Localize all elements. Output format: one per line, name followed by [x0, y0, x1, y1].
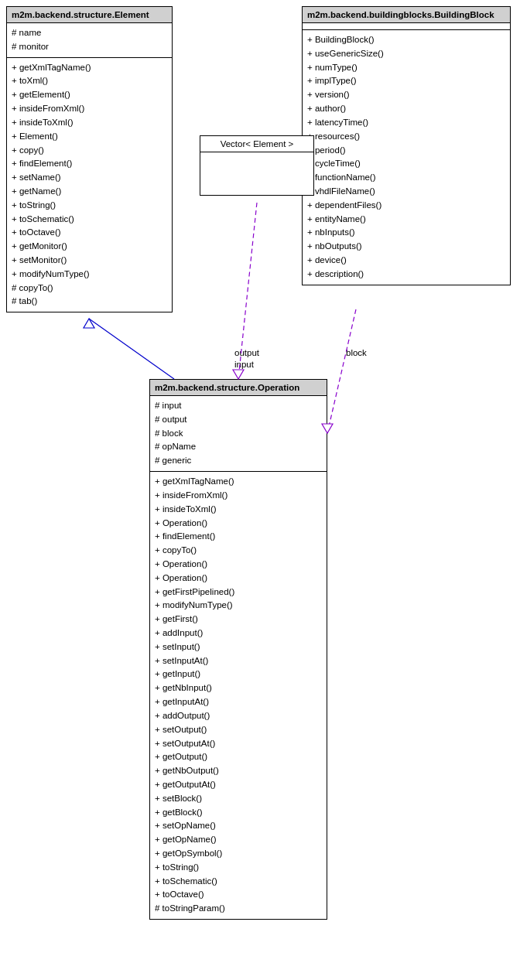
svg-marker-3	[233, 370, 244, 379]
bb-method-10: + functionName()	[307, 171, 505, 185]
svg-line-4	[327, 309, 356, 433]
element-method-13: + getMonitor()	[12, 240, 167, 254]
vector-box-body	[200, 152, 313, 195]
diagram-container: m2m.backend.structure.Element # name # m…	[0, 0, 520, 980]
op-attr-3: # opName	[155, 440, 322, 454]
bb-method-6: + latencyTime()	[307, 116, 505, 130]
element-method-17: # tab()	[12, 295, 167, 309]
bb-method-3: + implType()	[307, 74, 505, 88]
op-method-10: + getFirst()	[155, 613, 322, 627]
element-method-2: + getElement()	[12, 88, 167, 102]
op-method-12: + setInput()	[155, 640, 322, 654]
op-method-2: + insideToXml()	[155, 503, 322, 517]
element-method-10: + toString()	[12, 199, 167, 213]
element-method-9: + getName()	[12, 185, 167, 199]
op-method-1: + insideFromXml()	[155, 489, 322, 503]
op-attr-4: # generic	[155, 454, 322, 468]
op-method-25: + setOpName()	[155, 819, 322, 833]
element-attributes: # name # monitor	[7, 23, 172, 58]
element-method-16: # copyTo()	[12, 282, 167, 295]
bb-method-1: + useGenericSize()	[307, 47, 505, 61]
bb-method-0: + BuildingBlock()	[307, 33, 505, 47]
element-box-title: m2m.backend.structure.Element	[7, 7, 172, 23]
bb-method-2: + numType()	[307, 61, 505, 75]
op-method-6: + Operation()	[155, 558, 322, 572]
element-method-3: + insideFromXml()	[12, 102, 167, 116]
output-label: output	[234, 348, 259, 357]
operation-methods: + getXmlTagName() + insideFromXml() + in…	[150, 472, 327, 919]
block-label: block	[346, 348, 367, 357]
op-method-3: + Operation()	[155, 517, 322, 531]
op-method-30: + toOctave()	[155, 888, 322, 902]
op-method-15: + getNbInput()	[155, 681, 322, 695]
op-attr-1: # output	[155, 413, 322, 427]
op-method-19: + setOutputAt()	[155, 737, 322, 751]
bb-method-17: + description()	[307, 268, 505, 282]
element-method-12: + toOctave()	[12, 226, 167, 240]
op-method-17: + addOutput()	[155, 709, 322, 723]
op-method-20: + getOutput()	[155, 750, 322, 764]
bb-method-16: + device()	[307, 254, 505, 268]
bb-method-7: + resources()	[307, 130, 505, 144]
op-method-11: + addInput()	[155, 627, 322, 640]
op-method-24: + getBlock()	[155, 806, 322, 820]
element-attr-0: # name	[12, 26, 167, 40]
element-box: m2m.backend.structure.Element # name # m…	[6, 6, 173, 312]
op-method-7: + Operation()	[155, 572, 322, 586]
op-attr-0: # input	[155, 399, 322, 413]
bb-method-12: + dependentFiles()	[307, 199, 505, 213]
op-attr-2: # block	[155, 427, 322, 441]
element-method-0: + getXmlTagName()	[12, 61, 167, 75]
op-method-21: + getNbOutput()	[155, 764, 322, 778]
element-method-6: + copy()	[12, 144, 167, 158]
op-method-18: + setOutput()	[155, 723, 322, 737]
op-method-4: + findElement()	[155, 530, 322, 544]
op-method-8: + getFirstPipelined()	[155, 586, 322, 599]
element-method-11: + toSchematic()	[12, 213, 167, 227]
op-method-9: + modifyNumType()	[155, 599, 322, 613]
op-method-23: + setBlock()	[155, 792, 322, 806]
op-method-16: + getInputAt()	[155, 695, 322, 709]
element-method-7: + findElement()	[12, 157, 167, 171]
operation-attributes: # input # output # block # opName # gene…	[150, 396, 327, 472]
bb-method-11: + vhdlFileName()	[307, 185, 505, 199]
element-method-15: + modifyNumType()	[12, 268, 167, 282]
input-label: input	[234, 360, 254, 369]
element-method-1: + toXml()	[12, 74, 167, 88]
operation-box-title: m2m.backend.structure.Operation	[150, 380, 327, 396]
vector-box-title: Vector< Element >	[200, 136, 313, 152]
building-block-methods: + BuildingBlock() + useGenericSize() + n…	[303, 30, 510, 285]
element-method-14: + setMonitor()	[12, 254, 167, 268]
op-method-5: + copyTo()	[155, 544, 322, 558]
op-method-31: # toStringParam()	[155, 902, 322, 916]
op-method-26: + getOpName()	[155, 833, 322, 847]
building-block-box: m2m.backend.buildingblocks.BuildingBlock…	[302, 6, 511, 285]
bb-method-14: + nbInputs()	[307, 226, 505, 240]
bb-method-13: + entityName()	[307, 213, 505, 227]
element-method-5: + Element()	[12, 130, 167, 144]
op-method-27: + getOpSymbol()	[155, 847, 322, 861]
bb-method-4: + version()	[307, 88, 505, 102]
op-method-29: + toSchematic()	[155, 875, 322, 889]
op-method-22: + getOutputAt()	[155, 778, 322, 792]
svg-line-0	[89, 319, 174, 379]
operation-box: m2m.backend.structure.Operation # input …	[149, 379, 327, 920]
element-attr-1: # monitor	[12, 40, 167, 54]
building-block-title: m2m.backend.buildingblocks.BuildingBlock	[303, 7, 510, 23]
bb-method-8: + period()	[307, 144, 505, 158]
op-method-14: + getInput()	[155, 668, 322, 681]
vector-box: Vector< Element >	[200, 135, 314, 196]
element-methods: + getXmlTagName() + toXml() + getElement…	[7, 58, 172, 312]
op-method-28: + toString()	[155, 861, 322, 875]
bb-method-15: + nbOutputs()	[307, 240, 505, 254]
op-method-13: + setInputAt()	[155, 654, 322, 668]
building-block-empty-attrs	[303, 23, 510, 30]
element-method-4: + insideToXml()	[12, 116, 167, 130]
op-method-0: + getXmlTagName()	[155, 475, 322, 489]
bb-method-5: + author()	[307, 102, 505, 116]
bb-method-9: + cycleTime()	[307, 157, 505, 171]
element-method-8: + setName()	[12, 171, 167, 185]
svg-marker-1	[84, 319, 94, 328]
